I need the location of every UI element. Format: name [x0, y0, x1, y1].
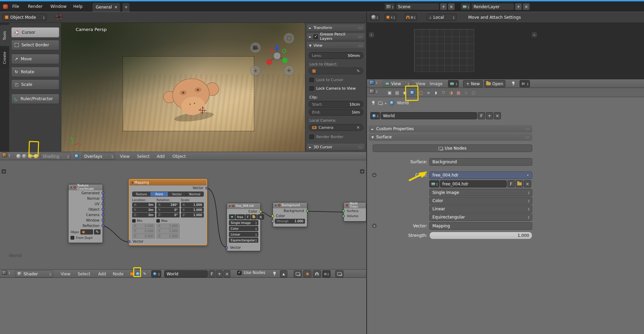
- collapse-icon[interactable]: [71, 185, 72, 189]
- socket-icon[interactable]: [342, 210, 345, 212]
- copy-buffer-button[interactable]: [335, 270, 343, 277]
- world-browse-button[interactable]: [151, 270, 161, 277]
- node-header[interactable]: Mapping: [129, 180, 206, 185]
- socket-icon[interactable]: [102, 224, 104, 227]
- scene-delete-button[interactable]: [448, 3, 455, 10]
- menu-view[interactable]: View: [416, 81, 425, 86]
- use-nodes-checkbox[interactable]: [237, 271, 242, 275]
- socket-icon[interactable]: [102, 208, 104, 211]
- menu-node[interactable]: Node: [113, 272, 123, 276]
- image-fake-user-button[interactable]: F: [507, 180, 515, 187]
- tab-object[interactable]: ▢: [418, 90, 424, 95]
- world-browse-button[interactable]: [370, 112, 380, 119]
- region-expand-plus[interactable]: +: [360, 169, 365, 174]
- image-browse-button[interactable]: [448, 80, 459, 87]
- rot-x-field[interactable]: X:180°: [156, 202, 179, 207]
- min-checkbox[interactable]: [132, 219, 136, 223]
- menu-add[interactable]: Add: [157, 154, 165, 159]
- socket-icon[interactable]: [342, 215, 345, 217]
- menu-help[interactable]: Help: [73, 4, 82, 9]
- menu-view[interactable]: View: [61, 272, 70, 276]
- panel-3d-cursor[interactable]: 3D Cursor: [306, 143, 365, 151]
- panel-grip-icon[interactable]: [525, 135, 530, 139]
- image-unlink-button[interactable]: [524, 180, 531, 187]
- tab-object-data[interactable]: ▽: [441, 90, 446, 95]
- render-border-checkbox[interactable]: [309, 135, 314, 139]
- interpolation-dropdown[interactable]: Linear: [429, 205, 532, 213]
- socket-icon[interactable]: [102, 213, 104, 216]
- mode-dropdown[interactable]: Object Mode: [2, 14, 47, 21]
- socket-icon[interactable]: [102, 219, 104, 222]
- socket-icon[interactable]: [205, 187, 208, 189]
- tab-world[interactable]: [409, 90, 415, 95]
- tool-select-border[interactable]: Select Border: [11, 40, 59, 50]
- strength-field[interactable]: Strengt:1.000: [275, 219, 305, 224]
- fake-user-button[interactable]: F: [478, 112, 485, 119]
- lock-object-field[interactable]: [309, 67, 363, 74]
- node-world-output[interactable]: World Outpu Surface Volume: [343, 202, 366, 222]
- image-mode-dropdown[interactable]: View: [383, 80, 411, 87]
- backdrop-button[interactable]: [294, 270, 302, 277]
- node-mapping[interactable]: Mapping Vector Texture Point Vector Norm…: [129, 179, 207, 245]
- socket-icon[interactable]: [259, 210, 262, 213]
- from-dupli-checkbox[interactable]: [71, 236, 74, 240]
- info-editor-icon[interactable]: [3, 4, 8, 9]
- vector-value-field[interactable]: Mapping: [429, 222, 532, 230]
- workspace-tab-general[interactable]: General: [92, 2, 121, 12]
- menu-select[interactable]: Select: [78, 272, 90, 276]
- rot-y-field[interactable]: Y:0°: [156, 208, 179, 212]
- tab-particles[interactable]: ∴: [463, 90, 469, 95]
- socket-icon[interactable]: [306, 210, 309, 212]
- min-y-field[interactable]: Y:0.000: [132, 229, 155, 233]
- clear-icon[interactable]: [356, 125, 360, 130]
- tab-constraints[interactable]: ∞: [426, 90, 431, 95]
- editor-type-dropdown[interactable]: [2, 270, 10, 275]
- eyedropper-icon[interactable]: [94, 229, 101, 234]
- max-x-field[interactable]: X:1.000: [156, 224, 179, 228]
- local-camera-field[interactable]: Camera: [309, 124, 363, 131]
- node-header[interactable]: free_004.hdr: [227, 203, 260, 209]
- proportional-edit-dropdown[interactable]: ∧: [385, 14, 397, 21]
- overlays-dropdown[interactable]: Overlays: [82, 153, 115, 160]
- add-workspace-button[interactable]: [122, 2, 130, 12]
- image-name-field[interactable]: free_004.hdr: [440, 180, 507, 187]
- panel-view[interactable]: View: [306, 42, 365, 49]
- tab-close-icon[interactable]: [114, 5, 118, 10]
- min-row[interactable]: Min: [132, 218, 155, 224]
- node-header[interactable]: Background: [273, 202, 307, 208]
- panel-grip-icon[interactable]: [358, 145, 363, 149]
- min-x-field[interactable]: X:0.000: [132, 224, 155, 228]
- socket-icon[interactable]: [225, 246, 228, 249]
- node-environment-texture[interactable]: free_004.hdr Color free F Single Image C…: [227, 203, 261, 251]
- snap-element-dropdown[interactable]: ⊞: [322, 270, 331, 277]
- tool-rotate[interactable]: Rotate: [11, 67, 59, 77]
- tab-render[interactable]: ▣: [387, 90, 393, 95]
- tool-move[interactable]: Move: [11, 54, 59, 64]
- panel-grease-pencil[interactable]: Grease Pencil Layers: [306, 33, 365, 40]
- tab-create[interactable]: Create: [0, 47, 9, 69]
- max-y-field[interactable]: Y:1.000: [156, 229, 179, 233]
- world-overlay-icon[interactable]: [74, 154, 79, 158]
- menu-image[interactable]: Image: [430, 81, 443, 86]
- scale-z-field[interactable]: Z:1.000: [181, 213, 204, 217]
- region-expand-plus[interactable]: +: [369, 32, 374, 37]
- node-texture-coordinate[interactable]: Texture Coordinate Generated Normal UV O…: [68, 184, 103, 243]
- world-id-field[interactable]: World: [164, 270, 208, 277]
- cursor-tool-icon[interactable]: [56, 14, 62, 20]
- from-dupli-row[interactable]: From Dupli: [68, 236, 103, 240]
- new-world-button[interactable]: [486, 112, 493, 119]
- menu-view[interactable]: View: [120, 154, 129, 159]
- render-slot-dropdown[interactable]: [520, 80, 530, 87]
- loc-y-field[interactable]: Y:0m: [132, 208, 155, 212]
- max-row[interactable]: Max: [156, 218, 179, 224]
- open-image-button[interactable]: Open: [484, 80, 505, 87]
- eyedropper-icon[interactable]: [357, 69, 360, 73]
- image-editor-canvas[interactable]: + +: [366, 23, 644, 79]
- scene-add-button[interactable]: [440, 3, 447, 10]
- orientation-dropdown[interactable]: ⊥ Local: [427, 14, 457, 21]
- shader-type-dropdown[interactable]: Shader: [15, 270, 53, 277]
- render-layer-name-field[interactable]: RenderLayer: [471, 3, 514, 10]
- lock-camera-row[interactable]: Lock Camera to View: [309, 86, 356, 91]
- colorspace-dropdown[interactable]: Color: [429, 197, 532, 204]
- projection-dropdown[interactable]: Equirectangular: [229, 238, 258, 243]
